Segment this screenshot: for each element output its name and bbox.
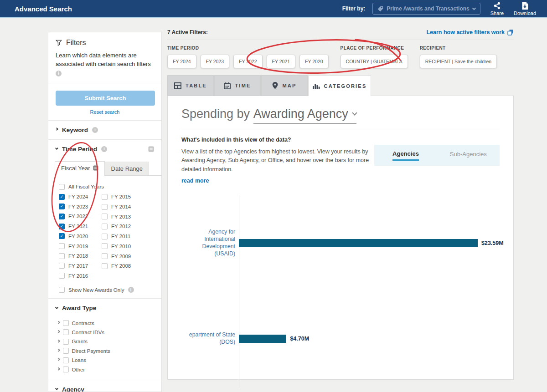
checkbox[interactable] <box>63 357 69 363</box>
checkbox[interactable] <box>59 204 65 209</box>
tab-agencies[interactable]: Agencies <box>374 145 437 166</box>
checkbox[interactable] <box>63 320 69 326</box>
checkbox[interactable] <box>59 273 65 279</box>
view-description: What's included in this view of the data… <box>181 137 374 184</box>
tab-fiscal-year[interactable]: Fiscal Year <box>55 161 105 176</box>
tab-sub-agencies[interactable]: Sub-Agencies <box>437 145 500 166</box>
bar-usaid[interactable] <box>239 239 478 247</box>
tab-table[interactable]: TABLE <box>167 75 214 96</box>
fiscal-year-row[interactable]: FY 2017 <box>59 261 102 271</box>
checkbox[interactable] <box>59 253 65 259</box>
award-type-row-grants[interactable]: Grants <box>48 337 161 346</box>
fiscal-year-row[interactable]: FY 2008 <box>102 261 131 271</box>
checkbox[interactable] <box>102 253 108 259</box>
fiscal-year-row[interactable]: FY 2022 <box>59 212 102 222</box>
fiscal-year-row[interactable]: All Fiscal Years <box>59 182 102 192</box>
fiscal-year-row[interactable]: FY 2018 <box>59 251 102 261</box>
chart-category-label: Agency for International Development (US… <box>181 229 239 258</box>
checkbox[interactable] <box>59 287 65 293</box>
tab-map[interactable]: MAP <box>261 75 308 96</box>
filter-chip[interactable]: FY 2021 <box>267 55 296 68</box>
checkbox[interactable] <box>63 348 69 354</box>
checkbox[interactable] <box>59 263 65 269</box>
share-icon <box>493 2 501 10</box>
checkbox[interactable] <box>59 233 65 239</box>
chevron-right-icon[interactable] <box>57 330 60 333</box>
checkbox[interactable] <box>102 214 108 219</box>
chevron-right-icon[interactable] <box>57 367 60 370</box>
learn-active-filters-link[interactable]: Learn how active filters work <box>426 29 514 36</box>
filter-chip[interactable]: FY 2020 <box>299 55 329 68</box>
award-type-list: Contracts Contract IDVs Grants Direct Pa… <box>48 317 161 379</box>
info-icon[interactable] <box>128 287 134 293</box>
filter-chip[interactable]: COUNTRY | GUATEMALA <box>341 55 408 68</box>
filters-title: Filters <box>66 39 86 47</box>
keyword-section-toggle[interactable]: Keyword <box>48 121 161 139</box>
bar-dos[interactable] <box>239 335 286 343</box>
info-icon[interactable] <box>92 127 98 133</box>
chart-category-label: epartment of State (DOS) <box>181 331 239 346</box>
checkbox[interactable] <box>63 367 69 372</box>
checkbox[interactable] <box>59 214 65 219</box>
tab-categories[interactable]: CATEGORIES <box>308 75 371 96</box>
filter-chip[interactable]: FY 2024 <box>167 55 196 68</box>
tab-date-range[interactable]: Date Range <box>105 162 149 175</box>
fiscal-year-row[interactable]: FY 2010 <box>102 241 131 251</box>
checkbox[interactable] <box>59 194 65 200</box>
bar-value-label: $4.70M <box>290 336 309 342</box>
fiscal-year-row[interactable]: FY 2012 <box>102 222 131 232</box>
read-more-link[interactable]: read more <box>181 178 209 184</box>
spending-dimension-dropdown[interactable]: Awarding Agency <box>253 107 356 124</box>
award-type-row-other[interactable]: Other <box>48 365 161 374</box>
checkbox[interactable] <box>102 204 108 210</box>
checkbox[interactable] <box>102 234 108 239</box>
fiscal-year-row[interactable]: FY 2014 <box>102 202 131 212</box>
chevron-right-icon[interactable] <box>57 358 60 361</box>
tab-time[interactable]: TIME <box>214 75 261 96</box>
fiscal-year-row[interactable]: FY 2013 <box>102 212 131 222</box>
show-new-awards-toggle[interactable]: Show New Awards Only <box>48 280 161 298</box>
reset-search-link[interactable]: Reset search <box>48 109 161 115</box>
view-description-heading: What's included in this view of the data… <box>181 137 374 143</box>
filter-group-label: RECIPIENT <box>420 46 497 51</box>
checkbox[interactable] <box>102 263 108 269</box>
share-button[interactable]: Share <box>490 2 504 16</box>
award-type-row-contracts[interactable]: Contracts <box>48 318 161 327</box>
fiscal-year-row[interactable]: FY 2016 <box>59 271 102 281</box>
award-type-row-direct-payments[interactable]: Direct Payments <box>48 346 161 356</box>
chevron-right-icon[interactable] <box>57 321 60 324</box>
checkbox[interactable] <box>63 329 69 335</box>
checkbox[interactable] <box>102 224 108 229</box>
fiscal-year-row[interactable]: FY 2009 <box>102 251 131 261</box>
checkbox[interactable] <box>102 243 108 249</box>
info-icon[interactable] <box>56 71 62 76</box>
page-title: Advanced Search <box>15 5 72 13</box>
filter-chip[interactable]: FY 2023 <box>201 55 230 68</box>
submit-search-button[interactable]: Submit Search <box>56 91 155 106</box>
filter-by-dropdown[interactable]: Prime Awards and Transactions <box>372 3 480 15</box>
checkbox[interactable] <box>102 194 108 200</box>
checkbox[interactable] <box>63 339 69 345</box>
fiscal-year-row[interactable]: FY 2015 <box>102 192 131 202</box>
award-type-row-loans[interactable]: Loans <box>48 356 161 365</box>
chevron-down-icon <box>472 6 475 10</box>
fiscal-year-row[interactable]: FY 2021 <box>59 221 102 231</box>
chevron-right-icon[interactable] <box>57 349 60 351</box>
checkbox[interactable] <box>59 184 65 190</box>
fiscal-year-row[interactable]: FY 2024 <box>59 192 102 202</box>
fiscal-year-row[interactable]: FY 2011 <box>102 231 131 241</box>
fiscal-year-row[interactable]: FY 2023 <box>59 202 102 212</box>
info-icon[interactable] <box>101 146 107 152</box>
filter-chip[interactable]: FY 2022 <box>233 55 263 68</box>
checkbox[interactable] <box>59 243 65 249</box>
download-button[interactable]: Download <box>514 2 536 16</box>
chevron-right-icon[interactable] <box>57 340 60 342</box>
filter-chip[interactable]: RECIPIENT | Save the children <box>420 55 497 68</box>
award-type-section-toggle[interactable]: Award Type <box>48 299 161 317</box>
time-period-section-toggle[interactable]: Time Period <box>48 140 161 158</box>
award-type-row-contract-idvs[interactable]: Contract IDVs <box>48 328 161 337</box>
fiscal-year-row[interactable]: FY 2019 <box>59 241 102 251</box>
checkbox[interactable] <box>59 224 65 229</box>
agency-section-toggle[interactable]: Agency <box>48 380 161 392</box>
fiscal-year-row[interactable]: FY 2020 <box>59 231 102 241</box>
